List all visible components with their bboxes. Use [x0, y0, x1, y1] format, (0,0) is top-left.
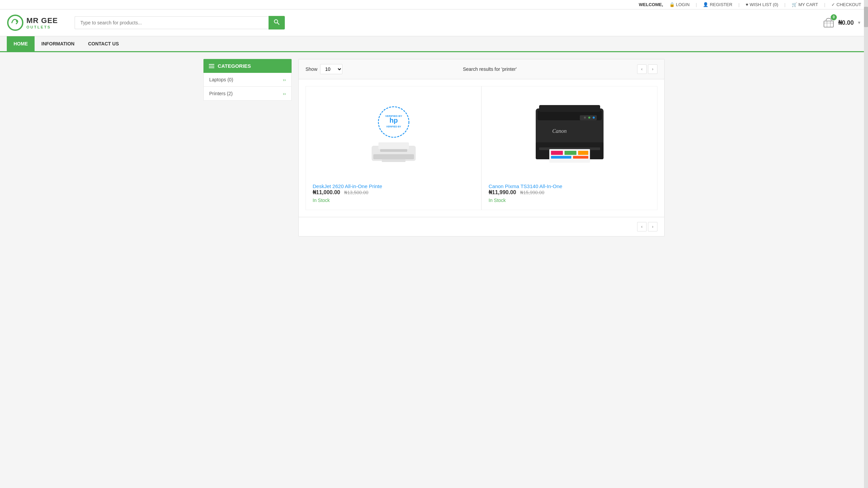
page-prev-top[interactable]: ‹ — [637, 64, 647, 74]
product-name-canon[interactable]: Canon Pixma TS3140 All-In-One — [489, 183, 562, 189]
categories-label: CATEGORIES — [218, 63, 251, 69]
categories-header: CATEGORIES — [203, 59, 292, 73]
hp-printer-image: VERIFIED BY hp VERIFIED BY — [363, 102, 424, 169]
svg-point-0 — [8, 15, 23, 30]
wishlist-link[interactable]: ♥ WISH LIST (0) — [746, 2, 778, 7]
scrollbar[interactable] — [864, 0, 868, 243]
category-laptops[interactable]: Laptops (0) ›› — [203, 73, 292, 87]
category-printers[interactable]: Printers (2) ›› — [203, 87, 292, 101]
product-name-hp[interactable]: DeskJet 2620 All-in-One Printe — [313, 183, 382, 189]
svg-rect-13 — [373, 154, 414, 159]
price-row-canon: ₦11,990.00 ₦15,990.00 — [489, 189, 650, 196]
category-arrow-printers: ›› — [283, 91, 286, 96]
products-header: Show 10 25 50 100 Search results for 'pr… — [299, 59, 664, 79]
login-link[interactable]: 🔒 LOGIN — [669, 2, 690, 7]
svg-rect-31 — [551, 156, 571, 159]
page-next-top[interactable]: › — [648, 64, 657, 74]
products-grid: VERIFIED BY hp VERIFIED BY DeskJet 2620 … — [299, 79, 664, 217]
price-old-hp: ₦13,500.00 — [344, 190, 368, 195]
svg-line-3 — [277, 23, 279, 24]
svg-rect-32 — [573, 156, 588, 159]
pagination-bottom: ‹ › — [637, 222, 657, 231]
cart-dropdown-arrow[interactable]: ▼ — [857, 20, 861, 25]
canon-printer-image: Canon — [529, 98, 610, 173]
product-card-hp[interactable]: VERIFIED BY hp VERIFIED BY DeskJet 2620 … — [305, 86, 481, 210]
svg-rect-19 — [539, 105, 600, 112]
price-row-hp: ₦11,000.00 ₦13,500.00 — [313, 189, 474, 196]
pagination-top: ‹ › — [637, 64, 657, 74]
search-bar — [75, 16, 285, 29]
search-icon — [274, 19, 279, 25]
checkout-link[interactable]: ✓ CHECKOUT — [831, 2, 861, 7]
svg-rect-29 — [565, 151, 576, 155]
main-content: CATEGORIES Laptops (0) ›› Printers (2) ›… — [197, 52, 671, 243]
category-arrow-laptops: ›› — [283, 77, 286, 82]
heart-icon: ♥ — [746, 2, 748, 7]
price-current-canon: ₦11,990.00 — [489, 189, 516, 196]
stock-hp: In Stock — [313, 198, 474, 203]
search-input[interactable] — [75, 16, 269, 29]
check-icon: ✓ — [831, 2, 835, 7]
svg-text:Canon: Canon — [552, 128, 567, 134]
svg-rect-14 — [378, 142, 409, 149]
svg-rect-4 — [824, 21, 833, 27]
scrollbar-thumb[interactable] — [864, 7, 868, 27]
svg-text:VERIFIED BY: VERIFIED BY — [386, 125, 401, 128]
nav-information[interactable]: INFORMATION — [35, 36, 81, 51]
price-current-hp: ₦11,000.00 — [313, 189, 340, 196]
svg-rect-15 — [380, 149, 407, 152]
svg-point-22 — [588, 117, 590, 119]
header: MR GEE OUTLETS 0 ₦0.00 ▼ — [0, 9, 868, 36]
sidebar: CATEGORIES Laptops (0) ›› Printers (2) ›… — [203, 59, 292, 237]
show-label: Show — [305, 66, 317, 72]
nav-home[interactable]: HOME — [7, 36, 35, 51]
products-area: Show 10 25 50 100 Search results for 'pr… — [298, 59, 665, 237]
stock-canon: In Stock — [489, 198, 650, 203]
search-results-text: Search results for 'printer' — [463, 66, 517, 72]
svg-rect-30 — [578, 151, 588, 155]
show-select[interactable]: 10 25 50 100 — [320, 64, 342, 74]
cart-icon: 🛒 — [792, 2, 797, 7]
register-link[interactable]: 👤 REGISTER — [703, 2, 732, 7]
top-bar: WELCOME, 🔒 LOGIN | 👤 REGISTER | ♥ WISH L… — [0, 0, 868, 9]
show-control: Show 10 25 50 100 — [305, 64, 342, 74]
svg-point-1 — [16, 20, 18, 22]
welcome-text: WELCOME, — [639, 2, 663, 7]
hamburger-icon — [209, 64, 214, 68]
product-card-canon[interactable]: Canon Canon Pixm — [481, 86, 657, 210]
mycart-link[interactable]: 🛒 MY CART — [792, 2, 818, 7]
products-footer: ‹ › — [299, 217, 664, 236]
nav-bar: HOME INFORMATION CONTACT US — [0, 36, 868, 52]
lock-icon: 🔒 — [669, 2, 675, 7]
cart-area: 0 ₦0.00 ▼ — [823, 16, 861, 29]
svg-point-21 — [584, 117, 586, 119]
search-button[interactable] — [269, 16, 285, 29]
page-prev-bottom[interactable]: ‹ — [637, 222, 647, 231]
svg-rect-28 — [551, 151, 563, 155]
cart-amount: ₦0.00 — [838, 19, 854, 26]
svg-point-23 — [593, 117, 595, 119]
person-icon: 👤 — [703, 2, 708, 7]
logo-icon — [7, 14, 24, 31]
logo-brand: MR GEE — [26, 16, 58, 25]
svg-text:hp: hp — [389, 117, 397, 124]
svg-rect-16 — [382, 159, 406, 162]
logo-sub: OUTLETS — [26, 25, 58, 29]
logo[interactable]: MR GEE OUTLETS — [7, 14, 68, 31]
cart-count-badge: 0 — [831, 14, 837, 20]
product-image-wrap-canon: Canon — [489, 93, 650, 178]
page-next-bottom[interactable]: › — [648, 222, 657, 231]
nav-contact-us[interactable]: CONTACT US — [81, 36, 126, 51]
cart-button[interactable]: 0 — [823, 16, 835, 29]
price-old-canon: ₦15,990.00 — [520, 190, 544, 195]
product-image-wrap-hp: VERIFIED BY hp VERIFIED BY — [313, 93, 474, 178]
